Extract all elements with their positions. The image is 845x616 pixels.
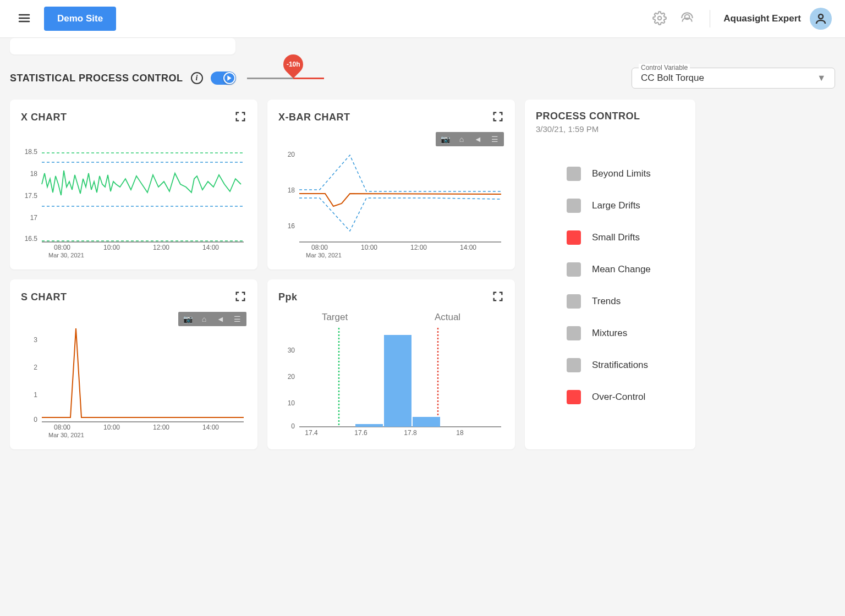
alarm-item: Small Drifts — [567, 230, 684, 245]
s-chart: 3 2 1 0 08:00 10:00 12:00 14:00 Mar 30, … — [21, 312, 246, 438]
svg-text:17: 17 — [30, 214, 38, 222]
time-slider[interactable]: -10h — [247, 78, 324, 79]
lines-icon[interactable]: ☰ — [486, 133, 503, 145]
camera-icon[interactable]: 📷 — [437, 133, 453, 145]
svg-text:08:00: 08:00 — [311, 244, 328, 251]
svg-text:10:00: 10:00 — [103, 244, 120, 251]
plotly-modebar[interactable]: 📷 ⌂ ◄ ☰ — [436, 132, 504, 146]
alarm-item: Large Drifts — [567, 199, 684, 213]
svg-rect-44 — [355, 424, 383, 427]
demo-site-button[interactable]: Demo Site — [44, 7, 116, 31]
svg-text:16.5: 16.5 — [25, 235, 38, 243]
collapsed-card — [10, 38, 235, 54]
plotly-modebar[interactable]: 📷 ⌂ ◄ ☰ — [178, 312, 246, 326]
info-icon[interactable]: i — [191, 72, 203, 84]
svg-text:0: 0 — [34, 416, 37, 424]
svg-text:0: 0 — [291, 422, 295, 430]
chevron-down-icon: ▼ — [817, 73, 826, 83]
svg-text:20: 20 — [288, 151, 295, 158]
ppk-chart: 30 20 10 0 17.4 17.6 17.8 18 — [278, 325, 504, 435]
alarm-list: Beyond Limits Large Drifts Small Drifts … — [536, 167, 684, 404]
header-divider — [710, 10, 710, 28]
svg-text:18: 18 — [456, 429, 464, 435]
svg-text:17.5: 17.5 — [25, 192, 38, 200]
expand-icon — [492, 290, 504, 302]
svg-text:16: 16 — [288, 222, 295, 230]
svg-text:1: 1 — [34, 391, 37, 399]
camera-icon[interactable]: 📷 — [179, 313, 196, 325]
support-button[interactable] — [678, 9, 696, 29]
s-chart-card: S CHART 📷 ⌂ ◄ ☰ 3 2 1 0 08:00 10:00 12: — [10, 279, 257, 449]
status-box — [567, 230, 581, 245]
user-icon — [814, 12, 827, 25]
hamburger-icon — [18, 12, 31, 25]
control-variable-select[interactable]: Control Variable CC Bolt Torque ▼ — [632, 68, 835, 89]
svg-text:12:00: 12:00 — [153, 424, 169, 431]
svg-text:10:00: 10:00 — [103, 424, 120, 431]
chart-grid: X CHART 18.5 18 17.5 17 16.5 08:00 10:00… — [0, 100, 845, 459]
svg-text:20: 20 — [288, 373, 295, 381]
expand-button[interactable] — [234, 290, 246, 304]
svg-text:17.8: 17.8 — [404, 429, 417, 435]
svg-rect-45 — [384, 335, 411, 427]
actual-label: Actual — [435, 312, 460, 323]
app-header: Demo Site Aquasight Expert — [0, 0, 845, 38]
card-title: Ppk — [278, 292, 298, 303]
home-icon[interactable]: ⌂ — [196, 313, 212, 325]
card-title: PROCESS CONTROL — [536, 111, 684, 122]
process-control-card: PROCESS CONTROL 3/30/21, 1:59 PM Beyond … — [525, 100, 695, 449]
status-box — [567, 390, 581, 404]
expand-icon — [234, 111, 246, 123]
alarm-item: Mixtures — [567, 326, 684, 340]
spc-toggle[interactable] — [211, 72, 236, 85]
svg-text:17.4: 17.4 — [305, 429, 318, 435]
svg-text:Mar 30, 2021: Mar 30, 2021 — [48, 432, 84, 438]
svg-text:Mar 30, 2021: Mar 30, 2021 — [48, 252, 84, 258]
alarm-item: Beyond Limits — [567, 167, 684, 181]
expand-button[interactable] — [492, 290, 504, 304]
select-value: CC Bolt Torque — [641, 73, 704, 83]
tag-icon[interactable]: ◄ — [212, 313, 229, 325]
expand-button[interactable] — [492, 111, 504, 124]
lines-icon[interactable]: ☰ — [229, 313, 245, 325]
svg-text:30: 30 — [288, 346, 295, 354]
ppk-markers-labels: Target Actual — [278, 312, 504, 323]
slider-pin: -10h — [283, 54, 303, 74]
expand-button[interactable] — [234, 111, 246, 124]
card-title: X-BAR CHART — [278, 112, 350, 123]
status-box — [567, 199, 581, 213]
expand-icon — [492, 111, 504, 123]
play-icon — [226, 75, 233, 81]
headset-icon — [680, 11, 694, 25]
home-icon[interactable]: ⌂ — [453, 133, 470, 145]
menu-button[interactable] — [13, 7, 35, 31]
select-label: Control Variable — [639, 64, 690, 72]
svg-text:18: 18 — [30, 170, 38, 178]
user-name: Aquasight Expert — [723, 13, 801, 24]
svg-text:08:00: 08:00 — [54, 244, 70, 251]
svg-text:14:00: 14:00 — [202, 244, 219, 251]
svg-text:2: 2 — [34, 364, 37, 371]
svg-text:18: 18 — [288, 186, 295, 194]
svg-text:14:00: 14:00 — [202, 424, 219, 431]
alarm-item: Stratifications — [567, 358, 684, 372]
x-chart: 18.5 18 17.5 17 16.5 08:00 10:00 12:00 1… — [21, 132, 246, 258]
alarm-item: Mean Change — [567, 262, 684, 277]
xbar-chart-card: X-BAR CHART 📷 ⌂ ◄ ☰ 20 18 16 08:00 10 — [267, 100, 515, 270]
spc-controls: STATISTICAL PROCESS CONTROL i -10h Contr… — [0, 68, 845, 100]
target-label: Target — [322, 312, 348, 323]
tag-icon[interactable]: ◄ — [470, 133, 486, 145]
svg-text:3: 3 — [34, 336, 37, 344]
svg-text:18.5: 18.5 — [25, 148, 38, 156]
svg-text:08:00: 08:00 — [54, 424, 70, 431]
card-title: S CHART — [21, 292, 67, 303]
svg-point-0 — [658, 16, 662, 20]
avatar[interactable] — [810, 8, 832, 30]
settings-button[interactable] — [650, 9, 669, 29]
xbar-chart: 20 18 16 08:00 10:00 12:00 14:00 Mar 30,… — [278, 132, 504, 258]
svg-text:10:00: 10:00 — [361, 244, 377, 251]
status-box — [567, 167, 581, 181]
status-box — [567, 294, 581, 309]
section-title: STATISTICAL PROCESS CONTROL — [10, 73, 183, 84]
card-title: X CHART — [21, 112, 67, 123]
